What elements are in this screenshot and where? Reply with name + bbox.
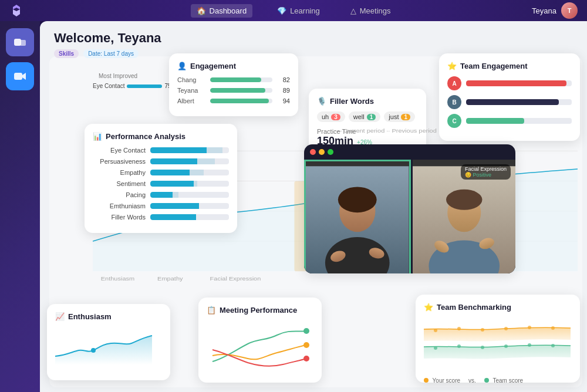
svg-rect-2 xyxy=(14,73,22,80)
nav-user[interactable]: Teyana T xyxy=(532,2,578,19)
perf-bar-mid-3 xyxy=(190,170,204,175)
svg-point-43 xyxy=(481,346,484,349)
eye-contact-bar xyxy=(127,85,162,88)
engagement-rows: Chang 82 Teyana 89 Albert 94 xyxy=(177,76,290,104)
team-score-legend: Team score xyxy=(484,377,523,384)
svg-point-46 xyxy=(551,344,555,347)
perf-bar-blue-7 xyxy=(150,214,196,220)
nav-meetings[interactable]: △ Meetings xyxy=(345,4,397,18)
perf-bar-container-1 xyxy=(150,147,229,153)
video-dots xyxy=(304,144,339,160)
dot-yellow xyxy=(319,149,325,155)
perf-row-6: Emthuniasm xyxy=(93,202,229,209)
svg-point-37 xyxy=(481,328,484,332)
welcome-heading: Welcome, Teyana xyxy=(54,31,161,46)
team-score-dot xyxy=(484,378,489,383)
engagement-row-3: Albert 94 xyxy=(177,97,290,104)
perf-bar-container-2 xyxy=(150,158,229,164)
team-bar-2 xyxy=(466,99,559,105)
dot-green xyxy=(328,149,333,155)
facial-value: 😊 Positive xyxy=(465,172,491,178)
perf-bar-mid-2 xyxy=(197,158,214,164)
perf-bar-blue-6 xyxy=(150,203,199,209)
perf-row-3: Empathy xyxy=(93,169,229,176)
perf-bar-mid-5 xyxy=(173,192,179,198)
meetings-icon: △ xyxy=(350,6,356,15)
svg-point-39 xyxy=(528,326,531,329)
team-bar-1 xyxy=(466,80,566,86)
video-panels: Facial Expression 😊 Positive xyxy=(304,160,515,273)
svg-text:Empathy: Empathy xyxy=(157,276,183,281)
video-panel-right: Facial Expression 😊 Positive xyxy=(413,160,516,273)
svg-marker-3 xyxy=(22,73,26,80)
svg-point-40 xyxy=(551,326,555,330)
svg-text:Enthusiasm: Enthusiasm xyxy=(101,276,134,281)
eye-contact-label: Eye Contact xyxy=(93,83,124,89)
eng-bar-1 xyxy=(210,77,261,82)
nav-logo xyxy=(9,4,23,18)
benchmarking-chart xyxy=(424,317,574,370)
most-improved-label: Most Improved xyxy=(99,73,137,79)
performance-card: 📊 Performance Analysis Eye Contact Persu… xyxy=(85,124,237,233)
dashboard-area: Welcome, Teyana Skills Date: Last 7 days… xyxy=(40,21,587,392)
perf-bar-blue-4 xyxy=(150,181,194,187)
learning-icon: 💎 xyxy=(277,6,286,15)
perf-row-4: Sentiment xyxy=(93,180,229,187)
dashboard-icon: 🏠 xyxy=(197,6,206,15)
nav-meetings-label: Meetings xyxy=(360,6,391,15)
performance-icon: 📊 xyxy=(93,132,102,141)
svg-point-35 xyxy=(434,329,437,332)
skills-tag: Skills xyxy=(54,49,79,58)
benchmarking-legend: Your score vs. Team score xyxy=(424,377,572,384)
eng-bar-container-2 xyxy=(210,88,272,93)
perf-bar-container-3 xyxy=(150,170,229,175)
engagement-row-2: Teyana 89 xyxy=(177,87,290,94)
svg-point-36 xyxy=(457,327,461,330)
sidebar-zoom-icon[interactable] xyxy=(6,62,34,90)
filler-title: 🎙️ Filler Words xyxy=(317,97,418,106)
perf-row-5: Pacing xyxy=(93,191,229,198)
eng-bar-container-1 xyxy=(210,77,272,82)
team-bar-container-2 xyxy=(466,99,572,105)
meeting-chart xyxy=(207,320,312,373)
video-panel-left xyxy=(304,160,411,273)
perf-row-2: Persuasiveness xyxy=(93,158,229,165)
eng-bar-container-3 xyxy=(210,99,272,103)
nav-dashboard-label: Dashboard xyxy=(210,6,247,15)
team-benchmarking-card: ⭐ Team Benchmarking xyxy=(416,295,580,383)
team-bar-container-1 xyxy=(466,80,572,86)
perf-bar-mid-1 xyxy=(207,147,222,153)
enthusiasm-icon: 📈 xyxy=(55,312,65,321)
nav-learning[interactable]: 💎 Learning xyxy=(271,4,326,18)
dot-red xyxy=(310,149,316,155)
video-bg-left xyxy=(306,161,409,273)
sidebar xyxy=(0,21,40,392)
your-score-legend: Your score xyxy=(424,377,460,384)
benchmarking-icon: ⭐ xyxy=(424,303,433,312)
eng-bar-3 xyxy=(210,99,269,103)
sidebar-teams-icon[interactable] xyxy=(6,28,34,56)
perf-bar-container-7 xyxy=(150,214,229,220)
svg-point-42 xyxy=(457,344,461,348)
top-navigation: 🏠 Dashboard 💎 Learning △ Meetings Teyana… xyxy=(0,0,587,21)
performance-title: 📊 Performance Analysis xyxy=(93,132,229,141)
enthusiasm-title: 📈 Enthusiasm xyxy=(55,312,162,321)
team-eng-row-1: A xyxy=(447,76,572,90)
team-avatar-2: B xyxy=(447,95,461,109)
perf-bar-blue-3 xyxy=(150,170,190,175)
person-left-svg xyxy=(306,161,409,273)
perf-bar-container-6 xyxy=(150,203,229,209)
team-eng-row-2: B xyxy=(447,95,572,109)
enthusiasm-card: 📈 Enthusiasm xyxy=(47,304,170,380)
nav-dashboard[interactable]: 🏠 Dashboard xyxy=(191,4,253,18)
svg-point-44 xyxy=(504,344,508,348)
perf-bar-blue-1 xyxy=(150,147,207,153)
perf-bar-mid-4 xyxy=(194,181,198,187)
eng-bar-2 xyxy=(210,88,265,93)
svg-point-32 xyxy=(303,328,309,334)
meeting-performance-card: 📋 Meeting Performance xyxy=(198,298,322,383)
engagement-card: 👤 Engagement Chang 82 Teyana 89 Albert xyxy=(169,53,298,116)
user-avatar: T xyxy=(561,2,578,19)
user-name: Teyana xyxy=(532,6,556,15)
team-avatar-1: A xyxy=(447,76,461,90)
